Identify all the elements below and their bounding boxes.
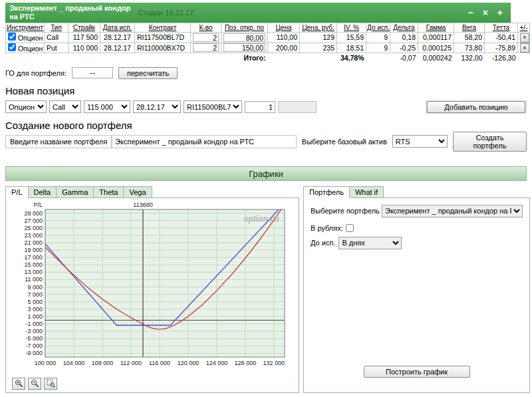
cell-price: 200,00 xyxy=(268,43,300,53)
window-controls: − × + xyxy=(467,8,511,17)
editable-cell[interactable]: 2 xyxy=(193,33,219,42)
rubles-checkbox[interactable] xyxy=(346,224,354,232)
column-header: Дельта xyxy=(390,23,418,33)
contract-select[interactable]: RI115000BL7D xyxy=(184,100,242,113)
column-header: Гамма xyxy=(418,23,454,33)
new-position-row: Опцион Call 115 000 28.12.17 RI115000BL7… xyxy=(5,100,527,114)
editable-cell[interactable]: 2 xyxy=(193,43,219,52)
go-value: -- xyxy=(72,67,113,78)
cell-instrument: Опцион xyxy=(6,33,45,43)
position-enabled-checkbox[interactable] xyxy=(8,43,16,51)
add-position-strip: Добавить позицию xyxy=(426,100,527,114)
cell-price_rub: 129 xyxy=(300,33,337,43)
totals-theta: -126,30 xyxy=(485,53,518,63)
column-header: Поз. откр. по xyxy=(221,23,268,33)
cell-instrument: Опцион xyxy=(6,43,45,53)
zoom-toolbar xyxy=(12,378,297,390)
go-row: ГО для портфеля: -- пересчитать xyxy=(5,66,527,80)
totals-iv: 34,78% xyxy=(337,53,366,63)
svg-text:15 000: 15 000 xyxy=(24,261,43,268)
window-created-label: Создан 19.12.17 xyxy=(138,9,194,17)
totals-label: Итого: xyxy=(221,53,268,63)
svg-text:27 000: 27 000 xyxy=(24,217,43,223)
cell-theta: -50,41 xyxy=(485,33,518,43)
pl-chart: 11368029 00027 00025 00023 00021 00019 0… xyxy=(8,200,290,374)
rubles-row: В рублях: xyxy=(311,224,523,232)
svg-text:100 000: 100 000 xyxy=(35,360,57,366)
position-enabled-checkbox[interactable] xyxy=(8,33,16,41)
portfolio-select[interactable]: Эксперимент _ проданый кондор на РТС xyxy=(382,205,523,217)
zoom-out-icon xyxy=(31,379,39,388)
cell-iv: 15,59 xyxy=(337,33,366,43)
delete-position-button[interactable]: × xyxy=(520,33,529,43)
column-header: Тетта xyxy=(485,23,518,33)
svg-text:-3 000: -3 000 xyxy=(25,328,43,334)
editable-cell[interactable]: 80,00 xyxy=(223,33,265,42)
option-type-select[interactable]: Call xyxy=(49,100,81,113)
expiry-date-select[interactable]: 28.12.17 xyxy=(133,100,181,113)
svg-text:23 000: 23 000 xyxy=(24,231,43,238)
portfolio-panel: Выберите портфель Эксперимент _ проданый… xyxy=(303,198,530,393)
svg-text:113680: 113680 xyxy=(133,201,152,208)
days-label: До исп. xyxy=(311,239,335,247)
zoom-in-button[interactable] xyxy=(12,378,25,390)
portfolio-column: ПортфельWhat if Выберите портфель Экспер… xyxy=(303,186,530,393)
cell-theta: -75,89 xyxy=(485,43,518,53)
tab-vega[interactable]: Vega xyxy=(123,186,152,198)
days-select[interactable]: В днях xyxy=(338,237,402,249)
svg-text:21 000: 21 000 xyxy=(24,239,43,245)
base-asset-select[interactable]: RTS xyxy=(392,135,448,148)
tab-theta[interactable]: Theta xyxy=(93,186,123,198)
column-header: До исп. xyxy=(366,23,390,33)
cell-type: Call xyxy=(45,33,68,43)
position-row: ОпционPut110 00028.12.17RI110000BX7D2150… xyxy=(6,43,530,53)
window-titlebar: Эксперимент _ проданый кондор на РТС Соз… xyxy=(5,3,511,23)
open-price-input[interactable] xyxy=(278,101,317,113)
column-header: К-во xyxy=(191,23,221,33)
svg-text:17 000: 17 000 xyxy=(24,254,43,261)
cell-delta: 0,18 xyxy=(390,33,418,43)
editable-cell[interactable]: 150,00 xyxy=(223,43,265,52)
strike-select[interactable]: 115 000 xyxy=(84,100,130,113)
svg-text:11 000: 11 000 xyxy=(25,276,43,283)
cell-gamma: 0,000117 xyxy=(418,33,454,43)
build-chart-button[interactable]: Построить график xyxy=(364,366,470,378)
cell-price: 110,00 xyxy=(268,33,300,43)
add-position-button[interactable]: Добавить позицию xyxy=(427,101,525,113)
table-header-row: ИнструментТипСтрайкДата исп.КонтрактК-во… xyxy=(6,23,530,33)
minimize-icon[interactable]: − xyxy=(467,8,473,17)
tab-портфель[interactable]: Портфель xyxy=(303,186,349,198)
tab-p-l[interactable]: P/L xyxy=(5,186,28,198)
portfolio-select-row: Выберите портфель Эксперимент _ проданый… xyxy=(311,205,523,217)
portfolio-window: Эксперимент _ проданый кондор на РТС Соз… xyxy=(5,3,527,114)
close-icon[interactable]: × xyxy=(483,8,488,17)
portfolio-select-label: Выберите портфель xyxy=(311,207,380,215)
cell-open_at: 150,00 xyxy=(221,43,268,53)
go-label: ГО для портфеля: xyxy=(5,69,66,77)
column-header: Вега xyxy=(454,23,485,33)
zoom-out-button[interactable] xyxy=(28,378,41,390)
create-portfolio-row: Введите название портфеля Выберите базов… xyxy=(5,134,527,149)
svg-text:128 000: 128 000 xyxy=(235,360,257,366)
column-header: Страйк xyxy=(68,23,100,33)
cell-delete: × xyxy=(518,43,530,53)
svg-text:-5 000: -5 000 xyxy=(25,335,43,342)
quantity-input[interactable] xyxy=(245,101,275,113)
cell-contract: RI110000BX7D xyxy=(135,43,191,53)
recalculate-button[interactable]: пересчитать xyxy=(118,67,178,79)
svg-text:1 000: 1 000 xyxy=(27,313,43,319)
tab-delta[interactable]: Delta xyxy=(28,186,57,198)
base-asset-label: Выберите базовый актив xyxy=(297,136,392,147)
svg-text:112 000: 112 000 xyxy=(120,360,142,366)
zoom-select-button[interactable] xyxy=(44,378,57,390)
delete-position-button[interactable]: × xyxy=(520,43,529,53)
cell-strike: 110 000 xyxy=(68,43,100,53)
tab-what-if[interactable]: What if xyxy=(349,186,384,198)
svg-text:29 000: 29 000 xyxy=(24,209,43,216)
tab-gamma[interactable]: Gamma xyxy=(56,186,93,198)
add-icon[interactable]: + xyxy=(497,8,503,17)
create-portfolio-button[interactable]: Создать портфель xyxy=(453,132,527,152)
svg-text:-9 000: -9 000 xyxy=(25,350,43,356)
portfolio-name-input[interactable] xyxy=(112,135,297,148)
instrument-select[interactable]: Опцион xyxy=(5,100,47,113)
